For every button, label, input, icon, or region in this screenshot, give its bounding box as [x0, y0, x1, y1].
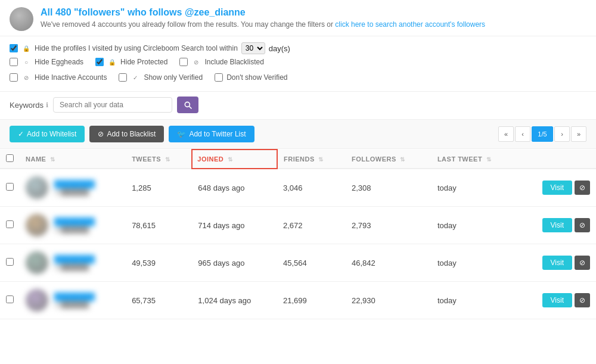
- last-page-button[interactable]: »: [571, 126, 586, 142]
- user-avatar: [26, 251, 48, 274]
- include-blacklisted-checkbox[interactable]: [179, 58, 188, 66]
- hide-visited-label: Hide the profiles I visited by using Cir…: [35, 44, 238, 52]
- joined-column-header[interactable]: JOINED ⇅: [192, 150, 277, 169]
- avatar: [10, 7, 33, 31]
- friends-cell: 3,046: [277, 169, 346, 207]
- tweets-cell: 65,735: [126, 282, 192, 319]
- last-tweet-cell: today: [432, 169, 518, 207]
- table-row: ████████ @██████ 78,615 714 days ago 2,6…: [0, 207, 596, 244]
- filter-inactive-row: ⊘ Hide Inactive Accounts: [10, 73, 107, 82]
- followers-sort-icon[interactable]: ⇅: [400, 156, 405, 163]
- visit-button[interactable]: Visit: [542, 181, 572, 195]
- friends-sort-icon[interactable]: ⇅: [318, 156, 324, 163]
- friends-column-header: FRIENDS ⇅: [277, 150, 346, 169]
- days-select[interactable]: 30 7 14 60 90: [241, 42, 265, 54]
- row-checkbox[interactable]: [6, 295, 14, 303]
- days-label: day(s): [269, 44, 290, 53]
- filters-inline: ○ Hide Eggheads 🔒 Hide Protected ⊘ Inclu…: [10, 57, 586, 70]
- user-avatar: [26, 289, 48, 312]
- table-row: ████████ @██████ 49,539 965 days ago 45,…: [0, 244, 596, 282]
- show-verified-checkbox[interactable]: [119, 73, 127, 82]
- user-name: ████████: [54, 255, 95, 263]
- block-button[interactable]: ⊘: [575, 293, 590, 307]
- filters-inline-2: ⊘ Hide Inactive Accounts ✓ Show only Ver…: [10, 73, 586, 85]
- user-handle: @██████: [54, 301, 95, 308]
- current-page: 1/5: [532, 126, 553, 142]
- action-buttons-cell: Visit ⊘: [517, 169, 596, 207]
- row-checkbox[interactable]: [6, 220, 14, 228]
- select-all-checkbox[interactable]: [6, 154, 14, 162]
- egg-icon: ○: [21, 57, 31, 67]
- joined-sort-icon[interactable]: ⇅: [228, 156, 233, 163]
- name-cell: ████████ @██████: [20, 244, 126, 282]
- last-tweet-cell: today: [432, 282, 518, 319]
- dont-show-verified-checkbox[interactable]: [215, 73, 223, 82]
- add-to-blacklist-button[interactable]: ⊘ Add to Blacklist: [89, 126, 164, 142]
- filter-hide-visited-row: 🔒 Hide the profiles I visited by using C…: [10, 42, 586, 54]
- hide-protected-checkbox[interactable]: [95, 58, 104, 66]
- name-cell: ████████ @██████: [20, 207, 126, 244]
- tweets-sort-icon[interactable]: ⇅: [165, 156, 170, 163]
- tweets-cell: 49,539: [126, 244, 192, 282]
- select-all-header: [0, 150, 20, 169]
- last-tweet-column-header: LAST TWEET ⇅: [432, 150, 518, 169]
- filters-section: 🔒 Hide the profiles I visited by using C…: [0, 36, 596, 92]
- verified-icon: ✓: [131, 73, 140, 82]
- row-checkbox-cell: [0, 207, 20, 244]
- user-handle: @██████: [54, 226, 95, 233]
- inactive-icon: ⊘: [21, 73, 31, 82]
- filter-show-verified-row: ✓ Show only Verified: [119, 73, 203, 82]
- joined-cell: 714 days ago: [192, 207, 277, 244]
- visit-button[interactable]: Visit: [542, 218, 572, 232]
- search-icon: [183, 100, 193, 110]
- prev-page-button[interactable]: ‹: [515, 126, 530, 142]
- followers-cell: 22,930: [346, 282, 432, 319]
- hide-inactive-checkbox[interactable]: [10, 73, 18, 82]
- followers-cell: 2,793: [346, 207, 432, 244]
- visit-button[interactable]: Visit: [542, 293, 572, 307]
- keywords-input[interactable]: [53, 97, 172, 113]
- block-button[interactable]: ⊘: [575, 256, 590, 270]
- add-to-whitelist-button[interactable]: ✓ Add to Whitelist: [10, 126, 85, 142]
- row-checkbox[interactable]: [6, 258, 14, 266]
- search-another-link[interactable]: click here to search another account's f…: [335, 20, 485, 29]
- row-checkbox[interactable]: [6, 183, 14, 191]
- user-details: ████████ @██████: [54, 180, 95, 195]
- user-details: ████████ @██████: [54, 293, 95, 308]
- header-subtitle: We've removed 4 accounts you already fol…: [41, 20, 485, 29]
- name-cell: ████████ @██████: [20, 169, 126, 207]
- hide-inactive-label: Hide Inactive Accounts: [35, 73, 107, 82]
- action-buttons-cell: Visit ⊘: [517, 282, 596, 319]
- search-button[interactable]: [177, 97, 198, 113]
- table-row: ████████ @██████ 65,735 1,024 days ago 2…: [0, 282, 596, 319]
- next-page-button[interactable]: ›: [554, 126, 570, 142]
- hide-visited-checkbox[interactable]: [10, 44, 18, 52]
- user-avatar: [26, 176, 48, 199]
- add-to-twitter-list-button[interactable]: 🐦 Add to Twitter List: [169, 126, 254, 142]
- name-sort-icon[interactable]: ⇅: [50, 156, 55, 163]
- filter-protected-row: 🔒 Hide Protected: [95, 57, 167, 67]
- user-handle: @██████: [54, 263, 95, 270]
- results-table: NAME ⇅ TWEETS ⇅ JOINED ⇅ FRIENDS ⇅ FOLLO…: [0, 149, 596, 319]
- user-handle: @██████: [54, 188, 95, 195]
- page-header: All 480 "followers" who follows @zee_dia…: [0, 0, 596, 36]
- shield-icon: 🔒: [21, 43, 31, 53]
- followers-column-header: FOLLOWERS ⇅: [346, 150, 432, 169]
- block-button[interactable]: ⊘: [575, 181, 590, 195]
- filter-dont-show-verified-row: Don't show Verified: [215, 73, 287, 82]
- followers-cell: 46,842: [346, 244, 432, 282]
- joined-cell: 965 days ago: [192, 244, 277, 282]
- followers-cell: 2,308: [346, 169, 432, 207]
- header-text: All 480 "followers" who follows @zee_dia…: [41, 7, 485, 29]
- page-title: All 480 "followers" who follows @zee_dia…: [41, 7, 485, 18]
- twitter-icon: 🐦: [177, 130, 186, 138]
- visit-button[interactable]: Visit: [542, 256, 572, 270]
- user-name: ████████: [54, 217, 95, 226]
- last-tweet-sort-icon[interactable]: ⇅: [486, 156, 492, 163]
- tweets-cell: 1,285: [126, 169, 192, 207]
- block-button[interactable]: ⊘: [575, 218, 590, 232]
- user-name: ████████: [54, 293, 95, 301]
- show-verified-label: Show only Verified: [144, 73, 203, 82]
- first-page-button[interactable]: «: [498, 126, 514, 142]
- hide-eggheads-checkbox[interactable]: [10, 58, 18, 66]
